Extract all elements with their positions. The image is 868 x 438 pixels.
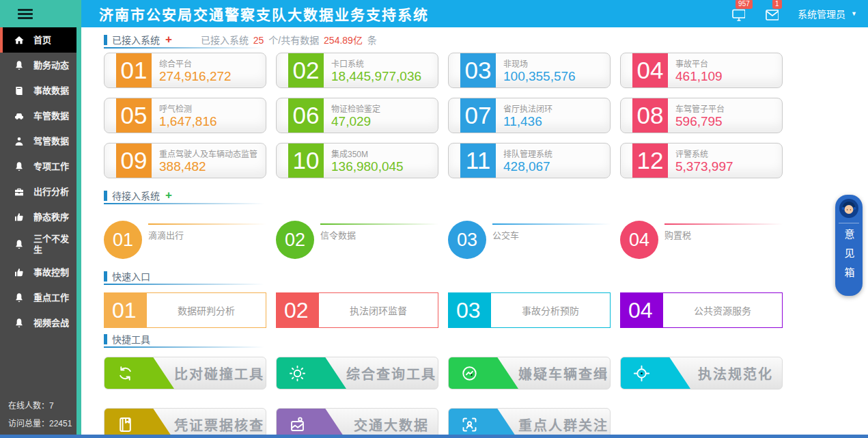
add-connected-system-icon[interactable]: +	[165, 35, 172, 44]
sidebar-item[interactable]: 专项工作	[0, 154, 76, 179]
camera-icon	[460, 364, 479, 383]
system-label: 重点驾驶人及车辆动态监管	[159, 148, 257, 159]
connected-system-card[interactable]: 07 省厅执法闭环 11,436	[448, 98, 611, 133]
connected-system-card[interactable]: 01 综合平台 274,916,272	[104, 53, 266, 88]
quick-entry-number: 04	[621, 293, 663, 327]
quick-entry-item[interactable]: 01 数据研判分析	[104, 292, 266, 328]
sidebar-item-label: 驾管数据	[33, 136, 69, 147]
connected-system-card[interactable]: 12 评警系统 5,373,997	[620, 143, 783, 178]
sidebar-item[interactable]: 静态秩序	[0, 204, 76, 230]
section-title: 快捷工具	[112, 332, 150, 346]
section-title: 待接入系统	[112, 189, 160, 202]
sidebar-item[interactable]: 出行分析	[0, 179, 76, 204]
connected-system-card[interactable]: 11 排队管理系统 428,067	[448, 143, 611, 178]
accent-line	[664, 223, 783, 225]
pending-system-item[interactable]: 01 滴滴出行	[104, 221, 266, 259]
bell-icon	[14, 292, 25, 303]
sidebar-item[interactable]: 重点工作	[0, 285, 76, 310]
feedback-box-button[interactable]: 意见箱	[835, 195, 863, 296]
bell-icon	[14, 239, 25, 250]
pending-number: 02	[276, 221, 314, 259]
connected-system-card[interactable]: 05 呼气检测 1,647,816	[104, 98, 266, 133]
sidebar-item[interactable]: 勤务动态	[0, 53, 76, 78]
header-menu-area	[0, 0, 81, 27]
sidebar-item[interactable]: 事故数据	[0, 78, 76, 103]
sidebar-item[interactable]: 驾管数据	[0, 128, 76, 154]
system-label: 排队管理系统	[503, 148, 552, 159]
sidebar-accent-strip	[76, 27, 81, 438]
connected-system-card[interactable]: 02 卡口系统 18,445,977,036	[276, 53, 438, 88]
tool-button[interactable]: 重点人群关注	[448, 408, 611, 435]
alerts-badge: 957	[736, 0, 753, 9]
system-label: 集成350M	[331, 148, 404, 159]
pending-number: 03	[448, 221, 486, 259]
section-bar	[104, 334, 107, 344]
system-label: 车驾管子平台	[675, 102, 725, 114]
connected-system-card[interactable]: 03 非现场 100,355,576	[448, 53, 611, 88]
tool-button[interactable]: 嫌疑车辆查缉	[448, 357, 611, 389]
quick-entry-number: 02	[277, 293, 319, 327]
tool-label: 综合查询工具	[349, 357, 434, 389]
sidebar-item-label: 勤务动态	[33, 60, 69, 71]
divider	[839, 223, 859, 223]
section-bar	[104, 271, 107, 282]
connected-system-card[interactable]: 04 事故平台 461,109	[620, 53, 783, 88]
pending-system-item[interactable]: 03 公交车	[448, 221, 611, 259]
sidebar-item[interactable]: 事故控制	[0, 260, 76, 285]
user-menu[interactable]: 系统管理员 ▼	[798, 7, 857, 20]
quick-entry-item[interactable]: 02 执法闭环监督	[276, 292, 438, 328]
sidebar-item[interactable]: 首页	[0, 27, 76, 53]
tool-button[interactable]: 综合查询工具	[276, 357, 438, 389]
pending-label: 公交车	[492, 228, 611, 241]
system-value: 461,109	[675, 69, 723, 84]
system-number: 03	[460, 53, 496, 87]
quick-entry-number: 01	[104, 293, 147, 327]
alerts-button[interactable]: 957	[731, 7, 745, 21]
quick-entry-label: 事故分析预防	[491, 293, 610, 327]
tools-grid: 比对碰撞工具 综合查询工具 嫌疑车辆查缉	[104, 357, 868, 435]
pending-system-item[interactable]: 02 信令数据	[276, 221, 438, 259]
tool-label: 比对碰撞工具	[177, 357, 262, 389]
add-pending-system-icon[interactable]: +	[165, 191, 172, 200]
app-window: 济南市公安局交通警察支队大数据业务支持系统 957 1 系统管理员 ▼ 首页	[0, 0, 868, 438]
sidebar-item[interactable]: 视频会战	[0, 310, 76, 336]
system-value: 100,355,576	[503, 69, 576, 84]
system-value: 136,980,045	[331, 159, 404, 174]
section-connected-header: 已接入系统 + 已接入系统 25 个/共有数据 254.89亿 条	[104, 33, 868, 46]
sidebar-item-label: 事故控制	[33, 267, 69, 278]
hamburger-menu-icon[interactable]	[18, 7, 33, 21]
bell-icon	[14, 60, 25, 71]
sidebar-item[interactable]: 车管数据	[0, 103, 76, 128]
connected-system-card[interactable]: 06 物证检验鉴定 47,029	[276, 98, 438, 133]
quick-entry-item[interactable]: 04 公共资源服务	[620, 292, 783, 328]
sidebar-item[interactable]: 三个不发生	[0, 230, 76, 260]
map-icon	[288, 415, 307, 434]
tool-button[interactable]: 执法规范化	[620, 357, 783, 389]
quick-entry-item[interactable]: 03 事故分析预防	[448, 292, 611, 328]
tool-button[interactable]: 交通大数据	[276, 408, 438, 435]
connected-system-card[interactable]: 09 重点驾驶人及车辆动态监管 388,482	[104, 143, 266, 178]
system-value: 18,445,977,036	[331, 69, 421, 84]
accent-line	[492, 223, 611, 225]
connected-system-card[interactable]: 08 车驾管子平台 596,795	[620, 98, 783, 133]
pending-systems-row: 01 滴滴出行 02 信令数据 03	[104, 213, 868, 266]
connected-systems-grid: 01 综合平台 274,916,272 02 卡口系统 18,445,977,0…	[104, 53, 868, 178]
pending-system-item[interactable]: 04 购置税	[620, 221, 783, 259]
system-number: 11	[460, 143, 496, 178]
section-bar	[104, 191, 107, 201]
quick-entry-label: 公共资源服务	[663, 293, 782, 327]
system-value: 5,373,997	[675, 159, 733, 174]
tool-button[interactable]: 比对碰撞工具	[104, 357, 266, 389]
system-number: 09	[116, 143, 152, 178]
mail-button[interactable]: 1	[764, 7, 779, 21]
system-number: 06	[288, 98, 324, 133]
connected-system-card[interactable]: 10 集成350M 136,980,045	[276, 143, 438, 178]
sidebar-item-label: 静态秩序	[33, 212, 69, 223]
person-icon	[14, 136, 25, 147]
book-icon	[14, 85, 25, 96]
online-count: 在线人数：7	[8, 397, 72, 415]
section-title: 已接入系统	[112, 33, 160, 46]
tool-button[interactable]: 凭证票据核查	[104, 408, 266, 435]
user-name: 系统管理员	[798, 7, 845, 20]
bell-icon	[14, 161, 25, 172]
